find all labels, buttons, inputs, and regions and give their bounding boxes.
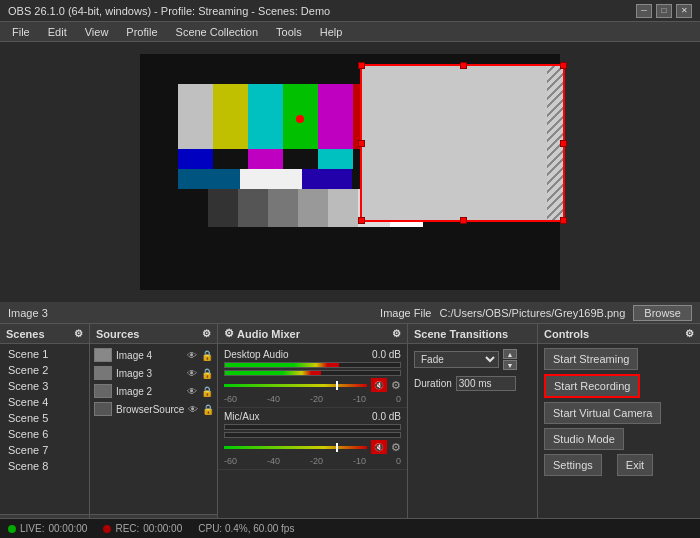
maximize-button[interactable]: □ bbox=[656, 4, 672, 18]
transition-type-row: Fade ▲ ▼ bbox=[408, 346, 537, 373]
desktop-audio-fill-top bbox=[225, 363, 339, 367]
eye-icon-4[interactable]: 👁 bbox=[188, 404, 198, 415]
svg-rect-10 bbox=[248, 149, 283, 169]
scene-item-5[interactable]: Scene 5 bbox=[0, 410, 89, 426]
scenes-title: Scenes bbox=[6, 328, 45, 340]
handle-bc[interactable] bbox=[460, 217, 467, 224]
start-virtual-camera-button[interactable]: Start Virtual Camera bbox=[544, 402, 661, 424]
transitions-content: Fade ▲ ▼ Duration bbox=[408, 344, 537, 536]
live-status: LIVE: 00:00:00 bbox=[8, 523, 87, 534]
mic-mute-button[interactable]: 🔇 bbox=[371, 440, 387, 454]
menu-edit[interactable]: Edit bbox=[40, 24, 75, 40]
scene-item-6[interactable]: Scene 6 bbox=[0, 426, 89, 442]
cpu-label: CPU: 0.4%, 60.00 fps bbox=[198, 523, 294, 534]
scene-item-8[interactable]: Scene 8 bbox=[0, 458, 89, 474]
mic-meter-bot bbox=[224, 432, 401, 438]
scale-m10: -10 bbox=[353, 456, 366, 466]
handle-ml[interactable] bbox=[358, 140, 365, 147]
source-item-1[interactable]: Image 4 👁 🔒 bbox=[90, 346, 217, 364]
source-item-2[interactable]: Image 3 👁 🔒 bbox=[90, 364, 217, 382]
transitions-header: Scene Transitions bbox=[408, 324, 537, 344]
scene-item-7[interactable]: Scene 7 bbox=[0, 442, 89, 458]
transition-arrows: ▲ ▼ bbox=[503, 349, 517, 370]
scale-0: 0 bbox=[396, 394, 401, 404]
eye-icon-3[interactable]: 👁 bbox=[187, 386, 197, 397]
lock-icon-4[interactable]: 🔒 bbox=[202, 404, 214, 415]
svg-rect-5 bbox=[318, 84, 353, 149]
menu-file[interactable]: File bbox=[4, 24, 38, 40]
bottom-section: Scenes ⚙ Scene 1 Scene 2 Scene 3 Scene 4… bbox=[0, 324, 700, 536]
audio-mixer-title: Audio Mixer bbox=[237, 328, 300, 340]
controls-settings-icon[interactable]: ⚙ bbox=[685, 328, 694, 339]
desktop-mute-button[interactable]: 🔇 bbox=[371, 378, 387, 392]
browse-button[interactable]: Browse bbox=[633, 305, 692, 321]
menu-scene-collection[interactable]: Scene Collection bbox=[168, 24, 267, 40]
mic-aux-name: Mic/Aux bbox=[224, 411, 260, 422]
handle-tl[interactable] bbox=[358, 62, 365, 69]
status-bar: LIVE: 00:00:00 REC: 00:00:00 CPU: 0.4%, … bbox=[0, 518, 700, 538]
mic-gear-button[interactable]: ⚙ bbox=[391, 441, 401, 454]
svg-rect-11 bbox=[283, 149, 318, 169]
audio-mixer-header: ⚙ Audio Mixer ⚙ bbox=[218, 324, 407, 344]
start-streaming-button[interactable]: Start Streaming bbox=[544, 348, 638, 370]
sources-settings-icon[interactable]: ⚙ bbox=[202, 328, 211, 339]
svg-rect-26 bbox=[268, 189, 298, 227]
scale-minus40: -40 bbox=[267, 394, 280, 404]
svg-rect-27 bbox=[298, 189, 328, 227]
handle-tr[interactable] bbox=[560, 62, 567, 69]
settings-button[interactable]: Settings bbox=[544, 454, 602, 476]
handle-mr[interactable] bbox=[560, 140, 567, 147]
svg-rect-28 bbox=[328, 189, 358, 227]
scene-item-3[interactable]: Scene 3 bbox=[0, 378, 89, 394]
close-button[interactable]: ✕ bbox=[676, 4, 692, 18]
image-file-info: Image File C:/Users/OBS/Pictures/Grey169… bbox=[380, 305, 692, 321]
transition-up-arrow[interactable]: ▲ bbox=[503, 349, 517, 359]
source-thumb-3 bbox=[94, 384, 112, 398]
desktop-audio-meter-top bbox=[224, 362, 401, 368]
mic-audio-scale: -60 -40 -20 -10 0 bbox=[224, 456, 401, 466]
duration-input[interactable] bbox=[456, 376, 516, 391]
controls-buttons-list: Start Streaming Start Recording Start Vi… bbox=[538, 344, 700, 536]
menu-profile[interactable]: Profile bbox=[118, 24, 165, 40]
scenes-settings-icon[interactable]: ⚙ bbox=[74, 328, 83, 339]
desktop-volume-slider[interactable] bbox=[224, 384, 367, 387]
exit-button[interactable]: Exit bbox=[617, 454, 653, 476]
menu-view[interactable]: View bbox=[77, 24, 117, 40]
lock-icon-3[interactable]: 🔒 bbox=[201, 386, 213, 397]
rec-status: REC: 00:00:00 bbox=[103, 523, 182, 534]
handle-tc[interactable] bbox=[460, 62, 467, 69]
desktop-audio-name: Desktop Audio bbox=[224, 349, 289, 360]
eye-icon-1[interactable]: 👁 bbox=[187, 350, 197, 361]
title-bar: OBS 26.1.0 (64-bit, windows) - Profile: … bbox=[0, 0, 700, 22]
source-item-3[interactable]: Image 2 👁 🔒 bbox=[90, 382, 217, 400]
eye-icon-2[interactable]: 👁 bbox=[187, 368, 197, 379]
menu-tools[interactable]: Tools bbox=[268, 24, 310, 40]
transition-down-arrow[interactable]: ▼ bbox=[503, 360, 517, 370]
live-label: LIVE: bbox=[20, 523, 44, 534]
svg-rect-25 bbox=[238, 189, 268, 227]
handle-bl[interactable] bbox=[358, 217, 365, 224]
scene-item-1[interactable]: Scene 1 bbox=[0, 346, 89, 362]
scene-item-2[interactable]: Scene 2 bbox=[0, 362, 89, 378]
start-recording-button[interactable]: Start Recording bbox=[544, 374, 640, 398]
transition-type-select[interactable]: Fade bbox=[414, 351, 499, 368]
menu-help[interactable]: Help bbox=[312, 24, 351, 40]
svg-rect-2 bbox=[213, 84, 248, 149]
audio-mixer-settings-icon[interactable]: ⚙ bbox=[392, 328, 401, 339]
image-file-label: Image File bbox=[380, 307, 431, 319]
minimize-button[interactable]: ─ bbox=[636, 4, 652, 18]
sources-list: Image 4 👁 🔒 Image 3 👁 🔒 Image 2 👁 🔒 Brow… bbox=[90, 344, 217, 514]
source-item-4[interactable]: BrowserSource 👁 🔒 bbox=[90, 400, 217, 418]
lock-icon-1[interactable]: 🔒 bbox=[201, 350, 213, 361]
mic-volume-slider[interactable] bbox=[224, 446, 367, 449]
desktop-gear-button[interactable]: ⚙ bbox=[391, 379, 401, 392]
preview-canvas bbox=[140, 54, 560, 290]
studio-mode-button[interactable]: Studio Mode bbox=[544, 428, 624, 450]
lock-icon-2[interactable]: 🔒 bbox=[201, 368, 213, 379]
source-thumb-2 bbox=[94, 366, 112, 380]
handle-br[interactable] bbox=[560, 217, 567, 224]
svg-rect-1 bbox=[178, 84, 213, 149]
svg-rect-3 bbox=[248, 84, 283, 149]
scene-item-4[interactable]: Scene 4 bbox=[0, 394, 89, 410]
desktop-audio-header: Desktop Audio 0.0 dB bbox=[224, 349, 401, 360]
